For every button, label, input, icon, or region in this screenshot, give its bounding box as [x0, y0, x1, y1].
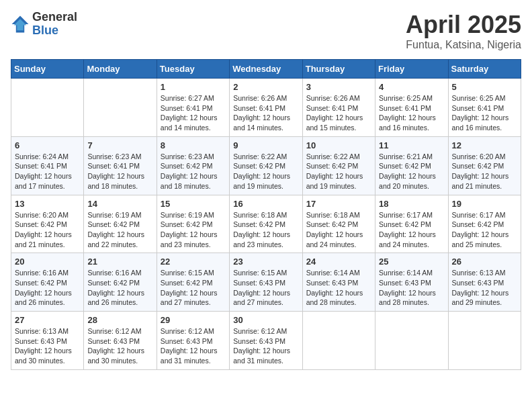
- cell-sun-info: Sunrise: 6:20 AM Sunset: 6:42 PM Dayligh…: [15, 210, 80, 250]
- weekday-header-saturday: Saturday: [448, 60, 521, 79]
- cell-sun-info: Sunrise: 6:14 AM Sunset: 6:43 PM Dayligh…: [306, 268, 371, 308]
- calendar-cell: 25Sunrise: 6:14 AM Sunset: 6:43 PM Dayli…: [375, 253, 448, 312]
- weekday-header-friday: Friday: [375, 60, 448, 79]
- logo-icon: [11, 15, 30, 34]
- day-number: 13: [15, 199, 80, 209]
- calendar-cell: 30Sunrise: 6:12 AM Sunset: 6:43 PM Dayli…: [230, 312, 302, 370]
- calendar-cell: 9Sunrise: 6:22 AM Sunset: 6:42 PM Daylig…: [230, 136, 302, 195]
- day-number: 7: [87, 140, 152, 150]
- day-number: 25: [379, 257, 444, 267]
- cell-sun-info: Sunrise: 6:21 AM Sunset: 6:42 PM Dayligh…: [379, 152, 444, 191]
- cell-sun-info: Sunrise: 6:24 AM Sunset: 6:41 PM Dayligh…: [15, 152, 80, 191]
- cell-sun-info: Sunrise: 6:12 AM Sunset: 6:43 PM Dayligh…: [233, 326, 298, 366]
- cell-sun-info: Sunrise: 6:20 AM Sunset: 6:42 PM Dayligh…: [452, 152, 517, 191]
- day-number: 5: [452, 82, 517, 92]
- calendar-cell: 23Sunrise: 6:15 AM Sunset: 6:43 PM Dayli…: [230, 253, 302, 312]
- day-number: 16: [233, 199, 298, 209]
- calendar-cell: 20Sunrise: 6:16 AM Sunset: 6:42 PM Dayli…: [11, 253, 84, 312]
- logo-general-text: General: [32, 11, 77, 24]
- cell-sun-info: Sunrise: 6:19 AM Sunset: 6:42 PM Dayligh…: [161, 210, 226, 250]
- cell-sun-info: Sunrise: 6:23 AM Sunset: 6:41 PM Dayligh…: [87, 152, 152, 191]
- calendar-cell: 8Sunrise: 6:23 AM Sunset: 6:42 PM Daylig…: [157, 136, 229, 195]
- calendar-cell: 29Sunrise: 6:12 AM Sunset: 6:43 PM Dayli…: [157, 312, 229, 370]
- calendar-cell: 4Sunrise: 6:25 AM Sunset: 6:41 PM Daylig…: [375, 79, 448, 137]
- calendar-cell: 19Sunrise: 6:17 AM Sunset: 6:42 PM Dayli…: [448, 195, 521, 253]
- weekday-header-tuesday: Tuesday: [157, 60, 229, 79]
- calendar-cell: 10Sunrise: 6:22 AM Sunset: 6:42 PM Dayli…: [302, 136, 375, 195]
- calendar-cell: 21Sunrise: 6:16 AM Sunset: 6:42 PM Dayli…: [84, 253, 157, 312]
- day-number: 11: [379, 140, 444, 150]
- day-number: 20: [15, 257, 80, 267]
- cell-sun-info: Sunrise: 6:22 AM Sunset: 6:42 PM Dayligh…: [306, 152, 371, 191]
- cell-sun-info: Sunrise: 6:13 AM Sunset: 6:43 PM Dayligh…: [15, 326, 80, 366]
- calendar-cell: 16Sunrise: 6:18 AM Sunset: 6:42 PM Dayli…: [230, 195, 302, 253]
- calendar-cell: [448, 312, 521, 370]
- cell-sun-info: Sunrise: 6:18 AM Sunset: 6:42 PM Dayligh…: [233, 210, 298, 250]
- weekday-header-thursday: Thursday: [302, 60, 375, 79]
- calendar-cell: 1Sunrise: 6:27 AM Sunset: 6:41 PM Daylig…: [157, 79, 229, 137]
- day-number: 22: [161, 257, 226, 267]
- cell-sun-info: Sunrise: 6:26 AM Sunset: 6:41 PM Dayligh…: [233, 93, 298, 133]
- cell-sun-info: Sunrise: 6:23 AM Sunset: 6:42 PM Dayligh…: [161, 152, 226, 191]
- calendar-week-row: 20Sunrise: 6:16 AM Sunset: 6:42 PM Dayli…: [11, 253, 521, 312]
- day-number: 18: [379, 199, 444, 209]
- cell-sun-info: Sunrise: 6:27 AM Sunset: 6:41 PM Dayligh…: [161, 93, 226, 133]
- calendar-week-row: 27Sunrise: 6:13 AM Sunset: 6:43 PM Dayli…: [11, 312, 521, 370]
- calendar-cell: 15Sunrise: 6:19 AM Sunset: 6:42 PM Dayli…: [157, 195, 229, 253]
- day-number: 2: [233, 82, 298, 92]
- calendar-week-row: 1Sunrise: 6:27 AM Sunset: 6:41 PM Daylig…: [11, 79, 521, 137]
- day-number: 1: [161, 82, 226, 92]
- cell-sun-info: Sunrise: 6:17 AM Sunset: 6:42 PM Dayligh…: [379, 210, 444, 250]
- logo-blue-text: Blue: [32, 24, 77, 38]
- cell-sun-info: Sunrise: 6:17 AM Sunset: 6:42 PM Dayligh…: [452, 210, 517, 250]
- day-number: 6: [15, 140, 80, 150]
- calendar-cell: 2Sunrise: 6:26 AM Sunset: 6:41 PM Daylig…: [230, 79, 302, 137]
- calendar-cell: 12Sunrise: 6:20 AM Sunset: 6:42 PM Dayli…: [448, 136, 521, 195]
- calendar-cell: 22Sunrise: 6:15 AM Sunset: 6:42 PM Dayli…: [157, 253, 229, 312]
- day-number: 3: [306, 82, 371, 92]
- day-number: 8: [161, 140, 226, 150]
- day-number: 9: [233, 140, 298, 150]
- calendar-cell: [302, 312, 375, 370]
- cell-sun-info: Sunrise: 6:15 AM Sunset: 6:42 PM Dayligh…: [161, 268, 226, 308]
- calendar-cell: 13Sunrise: 6:20 AM Sunset: 6:42 PM Dayli…: [11, 195, 84, 253]
- day-number: 30: [233, 315, 298, 325]
- cell-sun-info: Sunrise: 6:25 AM Sunset: 6:41 PM Dayligh…: [452, 93, 517, 133]
- calendar-cell: 24Sunrise: 6:14 AM Sunset: 6:43 PM Dayli…: [302, 253, 375, 312]
- cell-sun-info: Sunrise: 6:26 AM Sunset: 6:41 PM Dayligh…: [306, 93, 371, 133]
- day-number: 24: [306, 257, 371, 267]
- cell-sun-info: Sunrise: 6:14 AM Sunset: 6:43 PM Dayligh…: [379, 268, 444, 308]
- calendar-cell: [11, 79, 84, 137]
- calendar-cell: 7Sunrise: 6:23 AM Sunset: 6:41 PM Daylig…: [84, 136, 157, 195]
- day-number: 17: [306, 199, 371, 209]
- cell-sun-info: Sunrise: 6:25 AM Sunset: 6:41 PM Dayligh…: [379, 93, 444, 133]
- cell-sun-info: Sunrise: 6:19 AM Sunset: 6:42 PM Dayligh…: [87, 210, 152, 250]
- calendar-cell: 5Sunrise: 6:25 AM Sunset: 6:41 PM Daylig…: [448, 79, 521, 137]
- calendar-cell: [375, 312, 448, 370]
- calendar-location: Funtua, Katsina, Nigeria: [406, 39, 521, 51]
- weekday-header-sunday: Sunday: [11, 60, 84, 79]
- cell-sun-info: Sunrise: 6:12 AM Sunset: 6:43 PM Dayligh…: [87, 326, 152, 366]
- calendar-cell: 27Sunrise: 6:13 AM Sunset: 6:43 PM Dayli…: [11, 312, 84, 370]
- calendar-week-row: 6Sunrise: 6:24 AM Sunset: 6:41 PM Daylig…: [11, 136, 521, 195]
- cell-sun-info: Sunrise: 6:18 AM Sunset: 6:42 PM Dayligh…: [306, 210, 371, 250]
- title-block: April 2025 Funtua, Katsina, Nigeria: [406, 11, 521, 51]
- day-number: 28: [87, 315, 152, 325]
- day-number: 26: [452, 257, 517, 267]
- calendar-cell: 14Sunrise: 6:19 AM Sunset: 6:42 PM Dayli…: [84, 195, 157, 253]
- day-number: 23: [233, 257, 298, 267]
- day-number: 29: [161, 315, 226, 325]
- calendar-title: April 2025: [406, 11, 521, 39]
- logo: General Blue: [11, 11, 77, 38]
- day-number: 4: [379, 82, 444, 92]
- day-number: 27: [15, 315, 80, 325]
- day-number: 15: [161, 199, 226, 209]
- day-number: 14: [87, 199, 152, 209]
- weekday-header-monday: Monday: [84, 60, 157, 79]
- calendar-cell: [84, 79, 157, 137]
- cell-sun-info: Sunrise: 6:22 AM Sunset: 6:42 PM Dayligh…: [233, 152, 298, 191]
- page-header: General Blue April 2025 Funtua, Katsina,…: [11, 11, 521, 51]
- calendar-week-row: 13Sunrise: 6:20 AM Sunset: 6:42 PM Dayli…: [11, 195, 521, 253]
- day-number: 10: [306, 140, 371, 150]
- calendar-cell: 17Sunrise: 6:18 AM Sunset: 6:42 PM Dayli…: [302, 195, 375, 253]
